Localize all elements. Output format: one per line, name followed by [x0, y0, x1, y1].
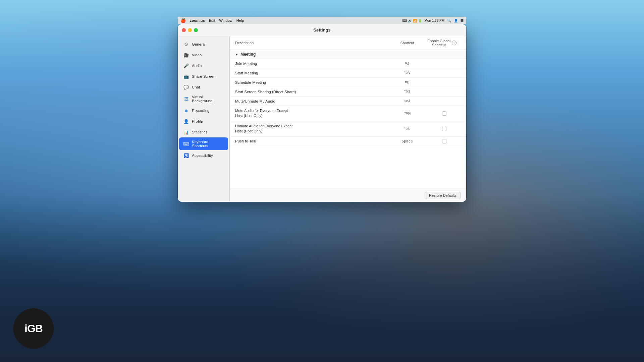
general-icon: ⚙ — [183, 41, 189, 47]
table-header: Description Shortcut Enable GlobalShortc… — [230, 36, 466, 50]
sidebar-label-recording: Recording — [192, 109, 209, 113]
sidebar-item-general[interactable]: ⚙ General — [179, 39, 228, 50]
enable-global-label: Enable GlobalShortcut — [427, 39, 450, 47]
igb-logo: iGB — [13, 308, 54, 349]
search-icon[interactable]: 🔍 — [447, 19, 451, 22]
row-checkbox-area — [427, 139, 461, 143]
statistics-icon: 📊 — [183, 129, 189, 135]
sidebar-item-keyboard-shortcuts[interactable]: ⌨ Keyboard Shortcuts — [179, 137, 228, 150]
sidebar-item-share-screen[interactable]: 📺 Share Screen — [179, 71, 228, 82]
sidebar-label-statistics: Statistics — [192, 130, 207, 134]
row-description: Start Screen Sharing (Direct Share) — [235, 90, 387, 94]
row-shortcut: ^⌘S — [387, 89, 427, 94]
row-description: Mute Audio for Everyone ExceptHost (Host… — [235, 108, 387, 119]
audio-icon: 🎤 — [183, 63, 189, 69]
row-shortcut: ⇧⌘A — [387, 99, 427, 103]
row-description: Mute/Unmute My Audio — [235, 99, 387, 103]
sidebar-label-chat: Chat — [192, 85, 200, 89]
table-row: Mute/Unmute My Audio ⇧⌘A — [230, 97, 466, 106]
content-area: ⚙ General 🎥 Video 🎤 Audio 📺 Share Screen… — [178, 36, 466, 202]
sidebar: ⚙ General 🎥 Video 🎤 Audio 📺 Share Screen… — [178, 36, 230, 202]
menubar-right: ⌨ 🔊 📶 🔋 Mon 1:36 PM 🔍 👤 ☰ — [402, 19, 464, 22]
sidebar-label-video: Video — [192, 53, 202, 57]
hands-overlay — [0, 194, 644, 362]
col-global-header: Enable GlobalShortcut i — [427, 39, 461, 47]
virtual-background-icon: 🖼 — [183, 96, 189, 102]
table-row: Push to Talk Space — [230, 137, 466, 146]
row-description: Push to Talk — [235, 139, 387, 143]
row-checkbox-area — [427, 111, 461, 116]
sidebar-label-audio: Audio — [192, 64, 202, 68]
sidebar-label-virtual-background: Virtual Background — [192, 95, 224, 103]
table-row: Schedule Meeting ⌘D — [230, 78, 466, 87]
section-toggle-icon: ▼ — [235, 53, 238, 56]
table-row: Unmute Audio for Everyone ExceptHost (Ho… — [230, 121, 466, 137]
accessibility-icon: ♿ — [183, 153, 189, 159]
apple-logo-icon[interactable]: 🍎 — [180, 18, 186, 23]
col-shortcut-header: Shortcut — [387, 41, 427, 45]
close-button[interactable] — [182, 28, 186, 32]
section-meeting-header[interactable]: ▼ Meeting — [230, 50, 466, 59]
maximize-button[interactable] — [194, 28, 198, 32]
traffic-lights — [182, 28, 198, 32]
footer: Restore Defaults — [230, 189, 466, 202]
row-description: Start Meeting — [235, 71, 387, 75]
title-bar: Settings — [178, 24, 466, 36]
section-meeting-title: Meeting — [240, 52, 256, 57]
info-icon[interactable]: i — [452, 41, 457, 45]
enable-global-checkbox[interactable] — [442, 139, 446, 143]
sidebar-item-video[interactable]: 🎥 Video — [179, 50, 228, 60]
sidebar-item-virtual-background[interactable]: 🖼 Virtual Background — [179, 93, 228, 105]
chat-icon: 💬 — [183, 84, 189, 90]
menu-icons: ⌨ 🔊 📶 🔋 — [402, 19, 422, 22]
row-description: Schedule Meeting — [235, 80, 387, 84]
table-row: Join Meeting ⌘J — [230, 59, 466, 68]
sidebar-label-accessibility: Accessibility — [192, 154, 213, 158]
app-name[interactable]: zoom.us — [190, 18, 205, 22]
col-description-header: Description — [235, 41, 387, 45]
row-shortcut: Space — [387, 139, 427, 143]
video-icon: 🎥 — [183, 52, 189, 58]
minimize-button[interactable] — [188, 28, 192, 32]
settings-window: Settings ⚙ General 🎥 Video 🎤 Audio 📺 — [178, 24, 466, 202]
row-description: Unmute Audio for Everyone ExceptHost (Ho… — [235, 124, 387, 134]
sidebar-item-accessibility[interactable]: ♿ Accessibility — [179, 150, 228, 161]
recording-icon: ⏺ — [183, 108, 189, 114]
table-row: Start Screen Sharing (Direct Share) ^⌘S — [230, 87, 466, 97]
list-icon[interactable]: ☰ — [461, 19, 464, 22]
menubar-left: 🍎 zoom.us Edit Window Help — [180, 18, 244, 23]
sidebar-label-profile: Profile — [192, 119, 203, 123]
sidebar-item-chat[interactable]: 💬 Chat — [179, 82, 228, 93]
enable-global-checkbox[interactable] — [442, 111, 446, 116]
profile-icon: 👤 — [183, 118, 189, 124]
menu-window[interactable]: Window — [219, 18, 232, 22]
row-description: Join Meeting — [235, 62, 387, 66]
sidebar-item-statistics[interactable]: 📊 Statistics — [179, 127, 228, 137]
sidebar-item-recording[interactable]: ⏺ Recording — [179, 105, 228, 116]
window-title: Settings — [313, 27, 330, 33]
table-row: Mute Audio for Everyone ExceptHost (Host… — [230, 106, 466, 121]
keyboard-shortcuts-icon: ⌨ — [183, 141, 189, 147]
main-content: Description Shortcut Enable GlobalShortc… — [230, 36, 466, 202]
table-row: Start Meeting ^⌘V — [230, 68, 466, 78]
share-screen-icon: 📺 — [183, 73, 189, 79]
sidebar-label-general: General — [192, 42, 206, 46]
user-icon[interactable]: 👤 — [454, 19, 458, 22]
table-body: ▼ Meeting Join Meeting ⌘J Start Meeting … — [230, 50, 466, 189]
clock: Mon 1:36 PM — [425, 19, 444, 22]
row-shortcut: ^⌘V — [387, 71, 427, 75]
restore-defaults-button[interactable]: Restore Defaults — [425, 192, 461, 199]
row-shortcut: ⌘D — [387, 80, 427, 84]
sidebar-item-profile[interactable]: 👤 Profile — [179, 116, 228, 127]
sidebar-label-share-screen: Share Screen — [192, 74, 215, 78]
enable-global-checkbox[interactable] — [442, 127, 446, 131]
row-shortcut: ^⌘M — [387, 111, 427, 116]
sidebar-item-audio[interactable]: 🎤 Audio — [179, 60, 228, 71]
row-checkbox-area — [427, 127, 461, 131]
menubar: 🍎 zoom.us Edit Window Help ⌨ 🔊 📶 🔋 Mon 1… — [178, 17, 466, 24]
menu-help[interactable]: Help — [236, 18, 244, 22]
row-shortcut: ⌘J — [387, 61, 427, 66]
sidebar-label-keyboard-shortcuts: Keyboard Shortcuts — [192, 140, 224, 148]
row-shortcut: ^⌘U — [387, 127, 427, 131]
menu-edit[interactable]: Edit — [209, 18, 215, 22]
